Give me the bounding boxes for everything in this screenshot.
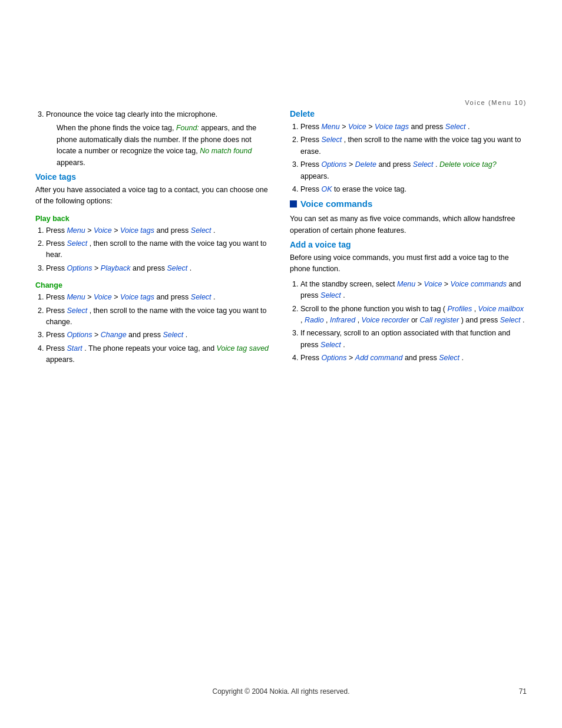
change-heading: Change	[35, 281, 272, 289]
copyright-text: Copyright © 2004 Nokia. All rights reser…	[213, 687, 350, 696]
playback-heading: Play back	[35, 215, 272, 223]
add-step3: If necessary, scroll to an option associ…	[300, 328, 527, 351]
content-area: Pronounce the voice tag clearly into the…	[35, 109, 527, 369]
change-step1: Press Menu > Voice > Voice tags and pres…	[46, 292, 272, 303]
add-step2: Scroll to the phone function you wish to…	[300, 304, 527, 327]
voice-tags-heading: Voice tags	[35, 172, 272, 182]
voice-tags-intro: After you have associated a voice tag to…	[35, 185, 272, 207]
change-step4: Press Start . The phone repeats your voi…	[46, 343, 272, 366]
playback-step2: Press Select , then scroll to the name w…	[46, 238, 272, 261]
playback-step1: Press Menu > Voice > Voice tags and pres…	[46, 225, 272, 236]
delete-step3: Press Options > Delete and press Select …	[300, 159, 527, 182]
footer: Copyright © 2004 Nokia. All rights reser…	[0, 687, 562, 696]
delete-heading: Delete	[290, 109, 527, 118]
voice-commands-intro: You can set as many as five voice comman…	[290, 213, 527, 236]
page-number: 71	[519, 687, 527, 696]
delete-step1: Press Menu > Voice > Voice tags and pres…	[300, 121, 527, 133]
voice-commands-heading: Voice commands	[290, 199, 527, 209]
change-step2: Press Select , then scroll to the name w…	[46, 305, 272, 328]
header-text: Voice (Menu 10)	[465, 99, 527, 106]
add-voice-tag-heading: Add a voice tag	[290, 240, 527, 249]
change-step3: Press Options > Change and press Select …	[46, 330, 272, 341]
page: Voice (Menu 10) Pronounce the voice tag …	[0, 0, 562, 728]
delete-step4: Press OK to erase the voice tag.	[300, 184, 527, 195]
step-3-pronounce: Pronounce the voice tag clearly into the…	[46, 109, 272, 169]
delete-step2: Press Select , then scroll to the name w…	[300, 134, 527, 157]
add-step4: Press Options > Add command and press Se…	[300, 353, 527, 364]
left-column: Pronounce the voice tag clearly into the…	[35, 109, 272, 369]
step-3-detail: When the phone finds the voice tag, Foun…	[57, 123, 272, 169]
page-header: Voice (Menu 10)	[465, 99, 527, 106]
add-step1: At the standby screen, select Menu > Voi…	[300, 279, 527, 302]
playback-step3: Press Options > Playback and press Selec…	[46, 263, 272, 274]
add-voice-tag-intro: Before using voice commands, you must fi…	[290, 252, 527, 275]
blue-square-icon	[290, 200, 297, 207]
right-column: Delete Press Menu > Voice > Voice tags a…	[290, 109, 527, 369]
